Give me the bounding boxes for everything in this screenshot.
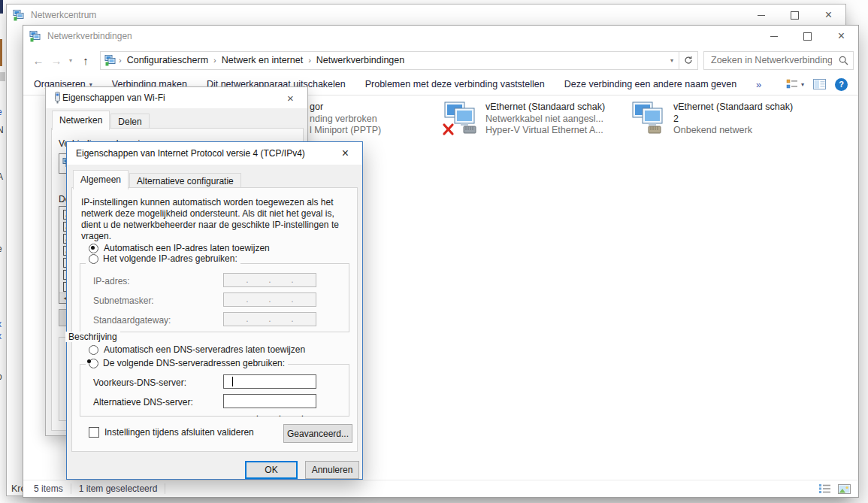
explorer-window-controls: × bbox=[757, 26, 858, 47]
advanced-button[interactable]: Geavanceerd... bbox=[283, 424, 352, 443]
toolbar-label: Deze verbinding een andere naam geven bbox=[564, 79, 736, 89]
maximize-icon bbox=[803, 32, 812, 41]
cancel-button[interactable]: Annuleren bbox=[305, 461, 359, 479]
radio-manual-dns[interactable] bbox=[89, 359, 98, 368]
forward-button[interactable]: → bbox=[47, 54, 65, 67]
recent-pages-dropdown[interactable]: ▾ bbox=[65, 57, 76, 64]
validate-checkbox[interactable]: ✓ bbox=[89, 427, 99, 438]
change-view-button[interactable]: ▾ bbox=[786, 79, 804, 89]
manual-dns-groupbox bbox=[80, 364, 349, 417]
item-count: 5 items bbox=[34, 483, 63, 494]
search-box[interactable] bbox=[703, 51, 854, 70]
edge-fragment-text: e bbox=[0, 107, 2, 117]
address-location-icon bbox=[104, 55, 116, 66]
tab-netwerken[interactable]: Netwerken bbox=[52, 111, 110, 130]
window-title: Netwerkcentrum bbox=[31, 10, 96, 20]
connection-item-vethernet-1[interactable]: vEthernet (Standaard schak) Netwerkkabel… bbox=[441, 102, 605, 137]
alternate-dns-field[interactable]: . . . bbox=[223, 394, 316, 408]
edge-fragment-bar bbox=[0, 39, 2, 66]
dialog-title: Eigenschappen van Internet Protocol vers… bbox=[76, 148, 305, 159]
thumbnail-view-button[interactable] bbox=[838, 484, 851, 494]
network-adapter-icon bbox=[629, 102, 667, 136]
help-icon: ? bbox=[839, 80, 844, 89]
status-separator bbox=[71, 483, 71, 494]
minimize-button[interactable] bbox=[744, 5, 778, 26]
ip-address-field[interactable]: . . . bbox=[223, 273, 316, 287]
toolbar-label: Problemen met deze verbinding vaststelle… bbox=[365, 79, 545, 89]
toolbar-problemen-vaststellen[interactable]: Problemen met deze verbinding vaststelle… bbox=[365, 79, 545, 89]
manual-dns-caption: De volgende DNS-serveradressen gebruiken… bbox=[86, 358, 288, 368]
breadcrumb-separator: › bbox=[306, 56, 313, 65]
breadcrumb-netwerkverbindingen[interactable]: Netwerkverbindingen bbox=[313, 55, 407, 65]
dialog-ipv4-properties: Eigenschappen van Internet Protocol vers… bbox=[66, 141, 363, 480]
default-gateway-label: Standaardgateway: bbox=[93, 315, 171, 326]
radio-auto-ip-label: Automatisch een IP-adres laten toewijzen bbox=[104, 243, 270, 253]
ok-button[interactable]: OK bbox=[245, 461, 298, 479]
tab-algemeen[interactable]: Algemeen bbox=[73, 170, 129, 189]
details-view-button[interactable] bbox=[819, 484, 831, 493]
item-status: Onbekend netwerk bbox=[673, 125, 793, 137]
address-row: ← → ▾ ↑ › Configuratiescherm › Netwerk bbox=[23, 47, 858, 74]
up-button[interactable]: ↑ bbox=[76, 54, 95, 67]
breadcrumb-configuratiescherm[interactable]: Configuratiescherm bbox=[124, 55, 211, 65]
refresh-button[interactable] bbox=[679, 52, 697, 69]
radio-auto-dns[interactable] bbox=[89, 345, 98, 355]
toolbar-naam-geven[interactable]: Deze verbinding een andere naam geven bbox=[564, 79, 736, 89]
window-title: Netwerkverbindingen bbox=[47, 31, 132, 41]
subnet-mask-field[interactable]: . . . bbox=[223, 292, 316, 307]
alternate-dns-label: Alternatieve DNS-server: bbox=[93, 397, 193, 408]
address-bar[interactable]: › Configuratiescherm › Netwerk en intern… bbox=[100, 51, 698, 70]
radio-auto-dns-label: Automatisch een DNS-serveradres laten to… bbox=[104, 344, 305, 355]
button-label: OK bbox=[265, 465, 277, 475]
address-history-dropdown[interactable]: ▾ bbox=[665, 57, 679, 64]
maximize-icon bbox=[791, 11, 799, 20]
view-list-icon bbox=[786, 79, 798, 89]
preview-pane-button[interactable] bbox=[813, 79, 826, 89]
manual-ip-caption: Het volgende IP-adres gebruiken: bbox=[86, 253, 240, 264]
connection-item-vethernet-2[interactable]: vEthernet (Standaard schak) 2 Onbekend n… bbox=[629, 102, 793, 137]
description-caption: Beschrijving bbox=[65, 332, 120, 342]
close-button[interactable]: × bbox=[824, 26, 858, 47]
radio-manual-ip[interactable] bbox=[89, 254, 98, 264]
status-separator bbox=[165, 483, 165, 494]
connection-item-partial[interactable]: gor nding verbroken l Miniport (PPTP) bbox=[310, 102, 381, 137]
wifi-adapter-icon bbox=[52, 92, 62, 104]
item-device: Hyper-V Virtual Ethernet A... bbox=[485, 125, 605, 137]
help-button[interactable]: ? bbox=[835, 78, 848, 91]
dialog-title: Eigenschappen van Wi-Fi bbox=[62, 92, 165, 103]
close-button[interactable]: × bbox=[812, 5, 845, 26]
maximize-button[interactable] bbox=[791, 26, 824, 47]
close-icon: × bbox=[838, 29, 845, 43]
breadcrumb-netwerk-en-internet[interactable]: Netwerk en internet bbox=[219, 55, 306, 65]
edge-fragment-text: x bbox=[0, 319, 2, 329]
minimize-button[interactable] bbox=[757, 26, 791, 47]
item-device-fragment: l Miniport (PPTP) bbox=[310, 125, 381, 137]
radio-auto-ip[interactable] bbox=[89, 244, 98, 253]
preferred-dns-field[interactable]: . . . bbox=[223, 374, 316, 389]
chevron-down-icon: ▾ bbox=[801, 81, 804, 88]
text-caret bbox=[232, 377, 233, 386]
item-status-fragment: nding verbroken bbox=[310, 114, 381, 126]
validate-checkbox-label: Instellingen tijdens afsluiten valideren bbox=[104, 427, 254, 438]
edge-fragment-box bbox=[0, 72, 5, 81]
ipv4-intro-text: IP-instellingen kunnen automatisch worde… bbox=[81, 197, 352, 242]
close-icon: × bbox=[825, 8, 832, 22]
default-gateway-field[interactable]: . . . bbox=[223, 312, 316, 326]
maximize-button[interactable] bbox=[778, 5, 812, 26]
search-input[interactable] bbox=[709, 54, 833, 66]
selected-count: 1 item geselecteerd bbox=[79, 483, 158, 494]
back-button[interactable]: ← bbox=[29, 54, 47, 67]
ipv4-tab-page: IP-instellingen kunnen automatisch worde… bbox=[71, 187, 358, 452]
toolbar-overflow-button[interactable]: » bbox=[756, 79, 761, 90]
preferred-dns-label: Voorkeurs-DNS-server: bbox=[93, 377, 186, 388]
minimize-icon bbox=[770, 36, 778, 37]
edge-fragment-text: A bbox=[0, 171, 3, 182]
edge-fragment-text: o bbox=[0, 371, 2, 382]
close-button[interactable]: × bbox=[328, 142, 362, 165]
button-label: Annuleren bbox=[312, 465, 353, 475]
search-icon[interactable] bbox=[833, 56, 854, 65]
close-icon: × bbox=[287, 92, 294, 105]
breadcrumb-separator: › bbox=[116, 56, 124, 65]
item-status: Netwerkkabel niet aangesl... bbox=[485, 114, 605, 126]
close-button[interactable]: × bbox=[274, 87, 307, 108]
